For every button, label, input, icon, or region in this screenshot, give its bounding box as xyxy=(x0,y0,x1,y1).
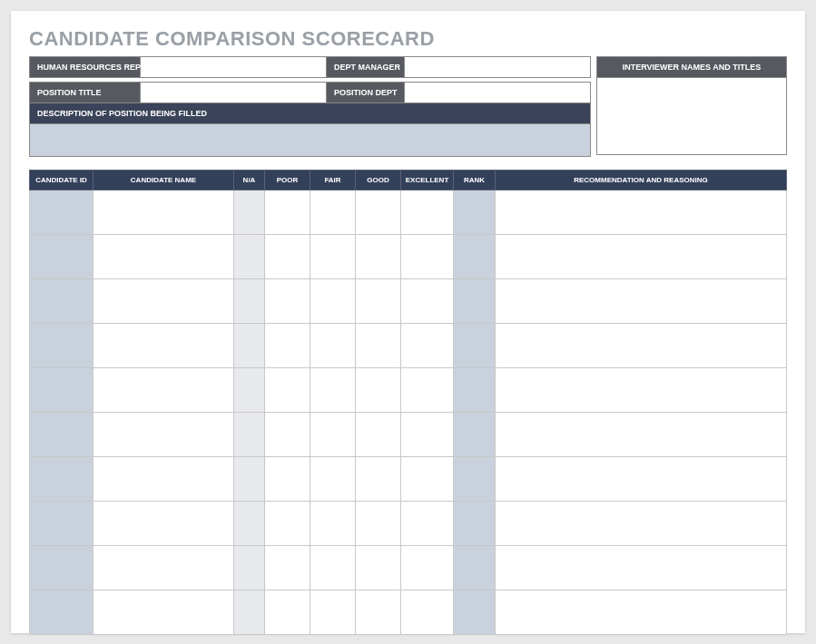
cell-recommendation[interactable] xyxy=(496,413,787,457)
cell-good[interactable] xyxy=(356,413,401,457)
value-hr-rep[interactable] xyxy=(141,57,327,77)
cell-good[interactable] xyxy=(356,190,401,235)
cell-candidate-id[interactable] xyxy=(30,190,93,235)
cell-na[interactable] xyxy=(234,413,265,457)
cell-recommendation[interactable] xyxy=(496,190,787,235)
cell-candidate-name[interactable] xyxy=(93,235,234,279)
cell-good[interactable] xyxy=(356,546,401,590)
cell-poor[interactable] xyxy=(265,279,310,324)
cell-candidate-id[interactable] xyxy=(30,590,93,635)
cell-good[interactable] xyxy=(356,279,401,324)
cell-candidate-name[interactable] xyxy=(93,413,234,457)
cell-poor[interactable] xyxy=(265,235,310,279)
cell-recommendation[interactable] xyxy=(496,502,787,546)
cell-poor[interactable] xyxy=(265,546,310,590)
cell-na[interactable] xyxy=(234,235,265,279)
cell-poor[interactable] xyxy=(265,590,310,635)
cell-fair[interactable] xyxy=(310,546,356,590)
cell-candidate-name[interactable] xyxy=(93,502,234,546)
cell-poor[interactable] xyxy=(265,324,310,368)
cell-fair[interactable] xyxy=(310,413,356,457)
cell-na[interactable] xyxy=(234,190,265,235)
cell-na[interactable] xyxy=(234,546,265,590)
cell-na[interactable] xyxy=(234,279,265,324)
cell-candidate-id[interactable] xyxy=(30,279,93,324)
cell-recommendation[interactable] xyxy=(496,279,787,324)
value-interviewers[interactable] xyxy=(596,78,787,155)
cell-fair[interactable] xyxy=(310,235,356,279)
value-dept-manager[interactable] xyxy=(405,57,590,77)
cell-candidate-id[interactable] xyxy=(30,413,93,457)
cell-poor[interactable] xyxy=(265,368,310,413)
cell-rank[interactable] xyxy=(454,457,496,502)
cell-rank[interactable] xyxy=(454,590,496,635)
value-position-dept[interactable] xyxy=(405,83,590,102)
cell-fair[interactable] xyxy=(310,190,356,235)
cell-candidate-name[interactable] xyxy=(93,546,234,590)
table-row xyxy=(30,279,787,324)
cell-rank[interactable] xyxy=(454,413,496,457)
cell-excellent[interactable] xyxy=(401,590,454,635)
label-hr-rep: HUMAN RESOURCES REP xyxy=(30,57,141,77)
cell-good[interactable] xyxy=(356,590,401,635)
cell-excellent[interactable] xyxy=(401,279,454,324)
cell-fair[interactable] xyxy=(310,279,356,324)
cell-na[interactable] xyxy=(234,457,265,502)
cell-rank[interactable] xyxy=(454,190,496,235)
cell-good[interactable] xyxy=(356,324,401,368)
cell-good[interactable] xyxy=(356,457,401,502)
cell-excellent[interactable] xyxy=(401,546,454,590)
cell-recommendation[interactable] xyxy=(496,546,787,590)
cell-candidate-id[interactable] xyxy=(30,457,93,502)
cell-na[interactable] xyxy=(234,502,265,546)
cell-recommendation[interactable] xyxy=(496,590,787,635)
value-position-title[interactable] xyxy=(141,83,327,102)
cell-poor[interactable] xyxy=(265,413,310,457)
cell-fair[interactable] xyxy=(310,457,356,502)
cell-rank[interactable] xyxy=(454,279,496,324)
cell-excellent[interactable] xyxy=(401,324,454,368)
cell-poor[interactable] xyxy=(265,502,310,546)
cell-candidate-name[interactable] xyxy=(93,457,234,502)
cell-candidate-name[interactable] xyxy=(93,190,234,235)
cell-candidate-id[interactable] xyxy=(30,546,93,590)
cell-fair[interactable] xyxy=(310,324,356,368)
page-title: CANDIDATE COMPARISON SCORECARD xyxy=(29,27,787,51)
cell-rank[interactable] xyxy=(454,546,496,590)
cell-candidate-id[interactable] xyxy=(30,235,93,279)
cell-na[interactable] xyxy=(234,590,265,635)
cell-recommendation[interactable] xyxy=(496,235,787,279)
cell-candidate-name[interactable] xyxy=(93,279,234,324)
cell-recommendation[interactable] xyxy=(496,324,787,368)
value-description[interactable] xyxy=(29,124,591,157)
cell-excellent[interactable] xyxy=(401,190,454,235)
cell-candidate-id[interactable] xyxy=(30,502,93,546)
cell-good[interactable] xyxy=(356,368,401,413)
cell-excellent[interactable] xyxy=(401,368,454,413)
cell-recommendation[interactable] xyxy=(496,457,787,502)
cell-excellent[interactable] xyxy=(401,502,454,546)
cell-na[interactable] xyxy=(234,368,265,413)
cell-poor[interactable] xyxy=(265,457,310,502)
cell-recommendation[interactable] xyxy=(496,368,787,413)
cell-na[interactable] xyxy=(234,324,265,368)
cell-rank[interactable] xyxy=(454,368,496,413)
cell-candidate-id[interactable] xyxy=(30,368,93,413)
cell-excellent[interactable] xyxy=(401,457,454,502)
cell-good[interactable] xyxy=(356,502,401,546)
cell-rank[interactable] xyxy=(454,502,496,546)
cell-rank[interactable] xyxy=(454,235,496,279)
cell-candidate-id[interactable] xyxy=(30,324,93,368)
cell-excellent[interactable] xyxy=(401,413,454,457)
cell-rank[interactable] xyxy=(454,324,496,368)
cell-fair[interactable] xyxy=(310,590,356,635)
cell-poor[interactable] xyxy=(265,190,310,235)
cell-fair[interactable] xyxy=(310,502,356,546)
cell-good[interactable] xyxy=(356,235,401,279)
col-candidate-id: CANDIDATE ID xyxy=(30,171,93,190)
cell-candidate-name[interactable] xyxy=(93,368,234,413)
cell-candidate-name[interactable] xyxy=(93,590,234,635)
cell-candidate-name[interactable] xyxy=(93,324,234,368)
cell-excellent[interactable] xyxy=(401,235,454,279)
cell-fair[interactable] xyxy=(310,368,356,413)
